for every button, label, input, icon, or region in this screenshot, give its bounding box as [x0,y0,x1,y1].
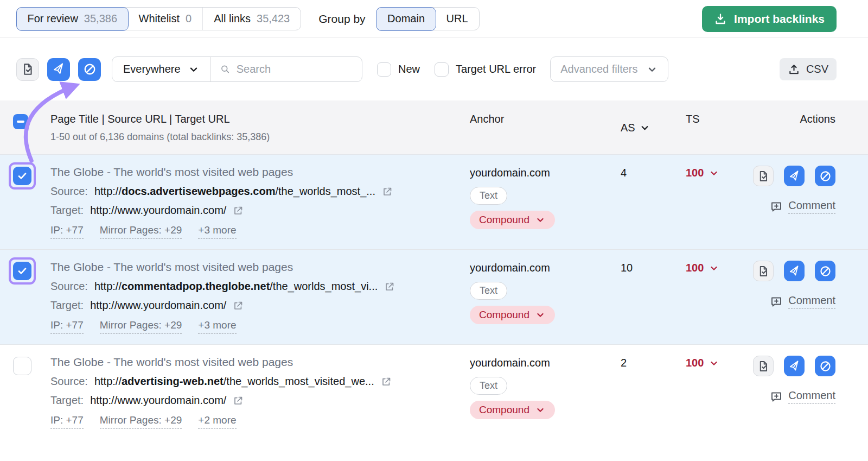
authority-score: 4 [616,166,677,239]
row-checkbox[interactable] [13,262,31,280]
anchor-type-badge: Text [470,282,507,300]
select-all-checkbox[interactable] [13,114,28,129]
source-url: http://advertising-web.net/the_worlds_mo… [94,375,374,388]
external-link-icon[interactable] [382,186,393,197]
chevron-down-icon [709,168,719,179]
column-header-as[interactable]: AS [616,113,677,143]
ts-value: 100 [686,262,704,274]
paper-plane-icon [50,61,67,77]
tab-whitelist-count: 0 [186,12,192,25]
source-label: Source: [50,185,88,198]
tab-whitelist[interactable]: Whitelist 0 [128,8,203,30]
compound-badge[interactable]: Compound [470,211,555,229]
more-link[interactable]: +3 more [198,224,236,239]
sort-desc-icon [639,122,650,134]
block-icon [819,170,832,182]
table-row: The Globe - The world's most visited web… [0,344,868,439]
group-by-url[interactable]: URL [436,8,479,30]
import-backlinks-button[interactable]: Import backlinks [702,6,837,32]
search-icon [220,63,231,75]
paper-plane-icon [787,358,802,374]
doc-check-icon [757,265,770,277]
external-link-icon[interactable] [384,281,395,292]
comment-label: Comment [788,294,835,309]
upload-icon [788,63,800,75]
row-disavow-button[interactable] [815,261,835,281]
comment-plus-icon [770,390,783,403]
column-header-title: Page Title | Source URL | Target URL [50,113,467,125]
move-to-disavow-button[interactable] [78,58,101,81]
row-disavow-button[interactable] [815,166,835,186]
advanced-filters-dropdown[interactable]: Advanced filters [550,56,668,82]
external-link-icon[interactable] [381,376,392,387]
search-scope-dropdown[interactable]: Everywhere [112,63,210,75]
group-by-domain[interactable]: Domain [376,7,436,31]
row-whitelist-button[interactable] [753,356,774,376]
results-summary: 1-50 out of 6,136 domains (total backlin… [50,131,467,143]
backlink-audit-panel: For review 35,386 Whitelist 0 All links … [0,0,868,461]
source-url: http://docs.advertisewebpages.com/the_wo… [94,185,375,198]
export-csv-button[interactable]: CSV [780,58,837,80]
ip-link[interactable]: IP: +77 [50,319,84,334]
anchor-type-badge: Text [470,377,507,395]
ip-link[interactable]: IP: +77 [50,224,84,239]
row-remove-button[interactable] [784,356,805,376]
search-input[interactable] [237,63,353,75]
chevron-down-icon [646,64,658,75]
more-link[interactable]: +3 more [198,319,236,334]
chevron-down-icon [188,64,200,75]
comment-label: Comment [788,199,835,214]
csv-label: CSV [806,63,828,75]
tab-for-review[interactable]: For review 35,386 [16,7,129,31]
target-url-error-label: Target URL error [456,63,536,75]
mirror-pages-link[interactable]: Mirror Pages: +29 [100,224,182,239]
target-url-error-box[interactable] [435,62,449,77]
row-whitelist-button[interactable] [753,166,774,186]
comment-link[interactable]: Comment [770,294,835,309]
external-link-icon[interactable] [233,205,244,216]
row-whitelist-button[interactable] [753,261,774,281]
row-remove-button[interactable] [784,166,805,186]
row-checkbox[interactable] [13,167,31,185]
column-header-actions: Actions [745,113,868,143]
compound-label: Compound [479,309,529,321]
compound-badge[interactable]: Compound [470,306,555,324]
anchor-text: yourdomain.com [470,356,550,369]
row-remove-button[interactable] [784,261,805,281]
comment-label: Comment [788,389,835,404]
tab-for-review-count: 35,386 [84,12,117,25]
comment-link[interactable]: Comment [770,389,835,404]
new-checkbox-box[interactable] [377,62,391,77]
toxicity-score[interactable]: 100 [686,261,745,274]
ip-link[interactable]: IP: +77 [50,414,84,429]
target-url-error-checkbox[interactable]: Target URL error [435,62,536,77]
table-header: Page Title | Source URL | Target URL 1-5… [0,100,868,154]
source-url: http://commentadpop.theglobe.net/the_wor… [94,280,378,293]
review-tabs: For review 35,386 Whitelist 0 All links … [16,7,301,30]
target-url: http://www.yourdomain.com/ [90,299,226,312]
compound-badge[interactable]: Compound [470,401,555,419]
row-checkbox[interactable] [13,357,31,375]
comment-link[interactable]: Comment [770,199,835,214]
external-link-icon[interactable] [233,395,244,406]
row-disavow-button[interactable] [815,356,835,376]
toxicity-score[interactable]: 100 [686,166,745,179]
anchor-text: yourdomain.com [470,261,550,274]
ts-value: 100 [686,167,704,179]
new-filter-checkbox[interactable]: New [377,62,420,77]
comment-plus-icon [770,295,783,308]
toxicity-score[interactable]: 100 [686,356,745,369]
as-label: AS [621,122,635,134]
whitelist-action-button[interactable] [16,58,39,81]
tab-for-review-label: For review [28,12,78,25]
column-header-anchor: Anchor [467,113,616,143]
mirror-pages-link[interactable]: Mirror Pages: +29 [100,319,182,334]
ts-value: 100 [686,357,704,369]
mirror-pages-link[interactable]: Mirror Pages: +29 [100,414,182,429]
block-icon [83,62,97,76]
tab-all-links[interactable]: All links 35,423 [202,8,301,30]
more-link[interactable]: +2 more [198,414,236,429]
external-link-icon[interactable] [233,300,244,311]
move-to-remove-button[interactable] [47,58,70,81]
page-title: The Globe - The world's most visited web… [50,356,467,369]
